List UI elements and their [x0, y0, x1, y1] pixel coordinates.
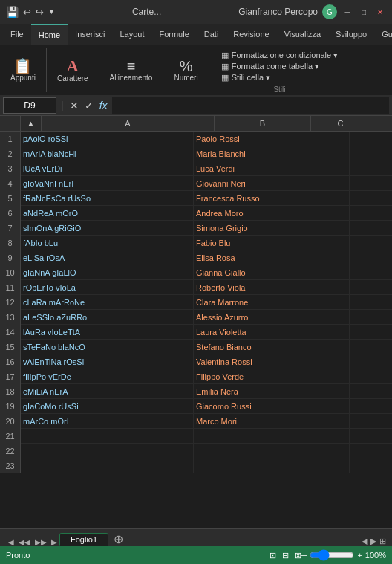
formula-input[interactable] — [112, 97, 389, 114]
cell-b-22[interactable] — [194, 444, 290, 458]
cell-a-12[interactable]: cLaRa mArRoNe — [21, 295, 194, 310]
cell-a-15[interactable]: sTeFaNo blaNcO — [21, 340, 194, 354]
row-number[interactable]: 11 — [0, 280, 21, 295]
sheet-nav-last[interactable]: ▶▶ — [33, 538, 49, 546]
redo-icon[interactable]: ↪ — [36, 7, 44, 18]
cell-c-1[interactable] — [290, 132, 350, 146]
row-number[interactable]: 8 — [0, 236, 21, 250]
cell-b-12[interactable]: Clara Marrone — [194, 295, 290, 310]
save-icon[interactable]: 💾 — [6, 6, 19, 18]
cell-a-5[interactable]: fRaNcEsCa rUsSo — [21, 191, 194, 206]
tab-scroll-right[interactable]: ▶ — [370, 537, 376, 546]
cell-d-22[interactable] — [350, 444, 392, 458]
cell-d-17[interactable] — [350, 369, 392, 384]
cell-b-11[interactable]: Roberto Viola — [194, 280, 290, 295]
sheet-tab-add[interactable]: ⊕ — [110, 531, 126, 546]
cell-d-19[interactable] — [350, 399, 392, 414]
cell-d-6[interactable] — [350, 206, 392, 221]
cell-a-19[interactable]: gIaCoMo rUsSi — [21, 399, 194, 414]
tab-scroll-left[interactable]: ◀ — [362, 537, 368, 546]
cell-c-9[interactable] — [290, 250, 350, 265]
sheet-nav-first[interactable]: ◀◀ — [16, 538, 33, 546]
cell-a-6[interactable]: aNdReA mOrO — [21, 206, 194, 221]
cell-a-8[interactable]: fAbIo bLu — [21, 236, 194, 250]
row-number[interactable]: 3 — [0, 161, 21, 176]
cell-reference-input[interactable] — [3, 97, 56, 114]
row-number[interactable]: 12 — [0, 295, 21, 310]
cell-c-14[interactable] — [290, 325, 350, 340]
cell-d-2[interactable] — [350, 146, 392, 161]
cell-c-8[interactable] — [290, 236, 350, 250]
stili-cella-btn[interactable]: ▦ Stili cella ▾ — [221, 73, 339, 82]
col-header-a[interactable]: A — [42, 116, 215, 131]
cell-d-8[interactable] — [350, 236, 392, 250]
cell-d-11[interactable] — [350, 280, 392, 295]
confirm-formula-icon[interactable]: ✓ — [83, 100, 95, 111]
cell-a-10[interactable]: gIaNnA gIaLlO — [21, 265, 194, 280]
cell-a-17[interactable]: fIlIpPo vErDe — [21, 369, 194, 384]
cell-b-17[interactable]: Filippo Verde — [194, 369, 290, 384]
cell-d-15[interactable] — [350, 340, 392, 354]
cell-c-18[interactable] — [290, 384, 350, 399]
cell-c-2[interactable] — [290, 146, 350, 161]
cell-c-16[interactable] — [290, 354, 350, 369]
tab-inserisci[interactable]: Inserisci — [68, 24, 112, 45]
cell-b-1[interactable]: Paolo Rossi — [194, 132, 290, 146]
cell-b-6[interactable]: Andrea Moro — [194, 206, 290, 221]
cell-d-3[interactable] — [350, 161, 392, 176]
cell-b-9[interactable]: Elisa Rosa — [194, 250, 290, 265]
cell-a-13[interactable]: aLeSSIo aZuRRo — [21, 310, 194, 325]
numeri-button[interactable]: % Numeri — [169, 57, 202, 83]
sheet-nav-next[interactable]: ▶ — [49, 538, 59, 546]
cell-c-5[interactable] — [290, 191, 350, 206]
cell-a-2[interactable]: mArIA blaNcHi — [21, 146, 194, 161]
cell-c-7[interactable] — [290, 221, 350, 236]
row-number[interactable]: 9 — [0, 250, 21, 265]
cell-c-10[interactable] — [290, 265, 350, 280]
formattazione-condizionale-btn[interactable]: ▦ Formattazione condizionale ▾ — [221, 51, 339, 60]
row-number[interactable]: 2 — [0, 146, 21, 161]
allineamento-button[interactable]: ≡ Allineamento — [105, 57, 157, 83]
row-number[interactable]: 18 — [0, 384, 21, 399]
cell-b-19[interactable]: Giacomo Russi — [194, 399, 290, 414]
cell-b-18[interactable]: Emilia Nera — [194, 384, 290, 399]
cell-d-20[interactable] — [350, 414, 392, 429]
cell-c-21[interactable] — [290, 429, 350, 444]
cancel-formula-icon[interactable]: ✕ — [68, 100, 80, 111]
sheet-nav-prev[interactable]: ◀ — [6, 538, 16, 546]
cell-a-22[interactable] — [21, 444, 194, 458]
tab-visualizza[interactable]: Visualizza — [277, 24, 328, 45]
cell-a-21[interactable] — [21, 429, 194, 444]
cell-a-20[interactable]: mArCo mOrI — [21, 414, 194, 429]
col-header-b[interactable]: B — [215, 116, 311, 131]
row-number[interactable]: 19 — [0, 399, 21, 414]
zoom-out-button[interactable]: ─ — [301, 551, 307, 560]
cell-c-13[interactable] — [290, 310, 350, 325]
cell-d-12[interactable] — [350, 295, 392, 310]
cell-d-9[interactable] — [350, 250, 392, 265]
cell-c-4[interactable] — [290, 176, 350, 191]
cell-d-4[interactable] — [350, 176, 392, 191]
appunti-button[interactable]: 📋 Appunti — [6, 57, 40, 83]
minimize-button[interactable]: ─ — [342, 7, 353, 17]
cell-d-5[interactable] — [350, 191, 392, 206]
cell-b-15[interactable]: Stefano Bianco — [194, 340, 290, 354]
cell-b-14[interactable]: Laura Violetta — [194, 325, 290, 340]
row-number[interactable]: 10 — [0, 265, 21, 280]
row-number[interactable]: 4 — [0, 176, 21, 191]
cell-d-23[interactable] — [350, 458, 392, 473]
cell-d-18[interactable] — [350, 384, 392, 399]
sheet-options-icon[interactable]: ⊞ — [379, 537, 386, 546]
cell-d-1[interactable] — [350, 132, 392, 146]
tab-sviluppo[interactable]: Sviluppo — [328, 24, 374, 45]
col-header-select-all[interactable]: ▲ — [21, 116, 42, 131]
carattere-button[interactable]: A Carattere — [53, 56, 93, 84]
sheet-tab-scroll[interactable]: ◀ ▶ ⊞ — [362, 537, 392, 546]
cell-c-6[interactable] — [290, 206, 350, 221]
cell-d-10[interactable] — [350, 265, 392, 280]
cell-c-19[interactable] — [290, 399, 350, 414]
close-button[interactable]: ✕ — [374, 7, 386, 17]
cell-a-23[interactable] — [21, 458, 194, 473]
quick-access-more[interactable]: ▼ — [48, 8, 55, 16]
cell-c-3[interactable] — [290, 161, 350, 176]
